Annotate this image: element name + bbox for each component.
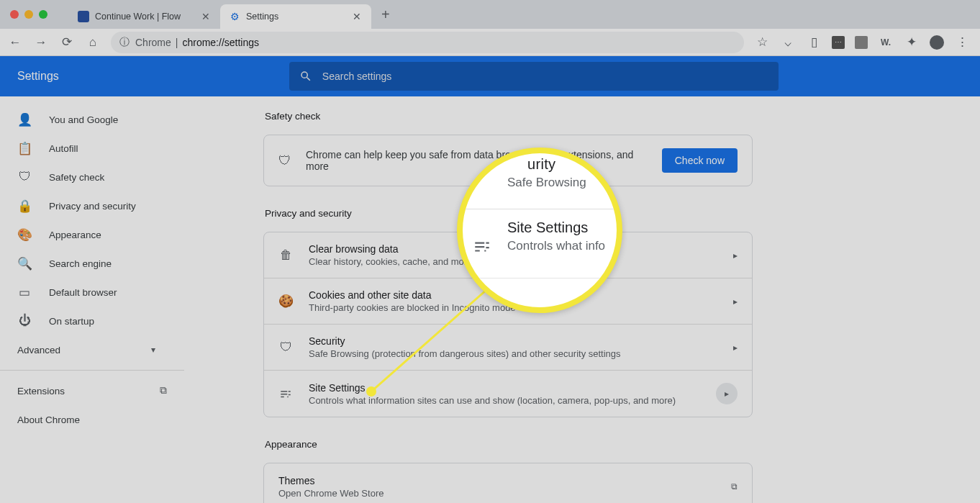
sidebar-item-search-engine[interactable]: 🔍Search engine — [0, 249, 173, 278]
chevron-right-icon: ▸ — [733, 250, 738, 260]
section-title: Safety check — [265, 111, 980, 122]
url-sep: | — [176, 37, 178, 48]
reload-button[interactable]: ⟳ — [59, 35, 75, 50]
new-tab-button[interactable]: + — [371, 6, 400, 23]
bookmark-star-icon[interactable]: ☆ — [754, 35, 770, 50]
settings-header: Settings — [0, 56, 980, 96]
forward-button[interactable]: → — [33, 35, 49, 50]
sidebar-item-label: On startup — [49, 316, 94, 327]
extension-icon[interactable]: ▯ — [806, 35, 822, 50]
sidebar-item-appearance[interactable]: 🎨Appearance — [0, 220, 173, 249]
browser-menu-button[interactable]: ⋮ — [954, 35, 970, 50]
callout-divider — [463, 278, 617, 278]
browser-tab-strip: Continue Work | Flow ✕ ⚙ Settings ✕ + — [0, 0, 980, 29]
extension-icon[interactable]: W. — [878, 35, 894, 50]
person-icon: 👤 — [17, 112, 32, 127]
row-subtitle: Controls what information sites can use … — [309, 395, 700, 406]
close-tab-button[interactable]: ✕ — [351, 11, 363, 22]
palette-icon: 🎨 — [17, 227, 32, 243]
sidebar-item-default-browser[interactable]: ▭Default browser — [0, 278, 173, 307]
tab-label: Continue Work | Flow — [95, 12, 181, 22]
lock-icon: 🔒 — [17, 199, 32, 214]
sidebar-item-you-and-google[interactable]: 👤You and Google — [0, 105, 173, 134]
sidebar-item-label: Appearance — [49, 230, 101, 240]
settings-sidebar: 👤You and Google 📋Autofill 🛡Safety check … — [0, 96, 184, 503]
profile-avatar[interactable] — [930, 35, 944, 50]
home-button[interactable]: ⌂ — [85, 35, 101, 50]
check-now-button[interactable]: Check now — [662, 148, 738, 173]
sliders-icon — [278, 387, 293, 400]
tab-favicon-icon: ⚙ — [229, 11, 240, 22]
sidebar-item-label: Default browser — [49, 287, 117, 298]
minimize-window-button[interactable] — [24, 10, 33, 19]
window-controls — [10, 10, 47, 19]
sidebar-item-privacy[interactable]: 🔒Privacy and security — [0, 191, 173, 220]
sidebar-item-label: You and Google — [49, 114, 118, 125]
cookie-icon: 🍪 — [278, 294, 293, 309]
url-path: chrome://settings — [182, 37, 259, 48]
sidebar-item-label: About Chrome — [17, 414, 80, 425]
maximize-window-button[interactable] — [39, 10, 47, 19]
back-button[interactable]: ← — [7, 35, 23, 50]
page-title: Settings — [17, 70, 59, 83]
close-tab-button[interactable]: ✕ — [200, 11, 212, 22]
chevron-right-icon: ▸ — [716, 383, 738, 404]
callout-subtitle: Controls what info — [507, 239, 617, 253]
browser-toolbar: ← → ⟳ ⌂ ⓘ Chrome | chrome://settings ☆ ⌵… — [0, 29, 980, 56]
chevron-right-icon: ▸ — [733, 343, 738, 353]
row-title: Themes — [278, 475, 715, 486]
chevron-down-icon: ▾ — [151, 345, 155, 355]
search-icon: 🔍 — [17, 256, 32, 271]
sidebar-item-autofill[interactable]: 📋Autofill — [0, 134, 173, 163]
toolbar-extensions: ☆ ⌵ ▯ ⋯ W. ✦ ⋮ — [754, 35, 973, 50]
close-window-button[interactable] — [10, 10, 19, 19]
trash-icon: 🗑 — [278, 248, 293, 263]
pocket-icon[interactable]: ⌵ — [780, 35, 796, 50]
search-icon — [299, 70, 312, 83]
section-title: Appearance — [265, 439, 980, 450]
section-title: Privacy and security — [265, 208, 980, 219]
extension-icon[interactable] — [855, 36, 868, 49]
extension-icon[interactable]: ⋯ — [832, 36, 845, 49]
sidebar-item-label: Extensions — [17, 386, 65, 396]
appearance-card: ThemesOpen Chrome Web Store ⧉ — [263, 463, 753, 503]
callout-title: Site Settings — [507, 219, 617, 236]
safety-check-text: Chrome can help keep you safe from data … — [306, 149, 648, 172]
sidebar-item-safety-check[interactable]: 🛡Safety check — [0, 163, 173, 191]
external-link-icon: ⧉ — [160, 385, 167, 396]
address-bar[interactable]: ⓘ Chrome | chrome://settings — [111, 32, 744, 53]
sidebar-item-on-startup[interactable]: ⏻On startup — [0, 307, 173, 335]
browser-tab[interactable]: Continue Work | Flow ✕ — [69, 4, 220, 29]
magnifier-callout: urity Safe Browsing Site Settings Contro… — [457, 148, 622, 313]
sidebar-item-label: Search engine — [49, 258, 112, 269]
browser-tab-active[interactable]: ⚙ Settings ✕ — [220, 4, 371, 29]
sidebar-item-advanced[interactable]: Advanced▾ — [0, 335, 173, 364]
settings-search[interactable] — [289, 62, 779, 91]
row-subtitle: Safe Browsing (protection from dangerous… — [309, 348, 717, 359]
row-site-settings[interactable]: Site SettingsControls what information s… — [264, 371, 752, 417]
extensions-puzzle-icon[interactable]: ✦ — [904, 35, 920, 50]
shield-check-icon: 🛡 — [17, 170, 32, 184]
sidebar-item-about[interactable]: About Chrome — [0, 405, 184, 434]
callout-anchor-dot — [366, 386, 376, 396]
tab-favicon-icon — [78, 11, 89, 22]
clipboard-icon: 📋 — [17, 141, 32, 156]
tab-label: Settings — [246, 12, 278, 22]
row-title: Security — [309, 335, 717, 347]
settings-search-input[interactable] — [322, 71, 768, 82]
site-info-icon[interactable]: ⓘ — [119, 36, 130, 49]
sidebar-item-label: Privacy and security — [49, 201, 136, 212]
row-themes[interactable]: ThemesOpen Chrome Web Store ⧉ — [264, 463, 752, 503]
browser-icon: ▭ — [17, 285, 32, 300]
sidebar-item-label: Autofill — [49, 143, 78, 154]
sidebar-divider — [0, 370, 184, 371]
callout-top-subtitle: Safe Browsing — [507, 176, 617, 190]
shield-icon: 🛡 — [278, 340, 293, 355]
chevron-right-icon: ▸ — [733, 296, 738, 307]
power-icon: ⏻ — [17, 314, 32, 328]
sidebar-item-label: Advanced — [17, 345, 60, 355]
row-security[interactable]: 🛡 SecuritySafe Browsing (protection from… — [264, 325, 752, 371]
url-scheme: Chrome — [135, 37, 171, 48]
external-link-icon: ⧉ — [731, 481, 738, 491]
sidebar-item-extensions[interactable]: Extensions⧉ — [0, 376, 184, 405]
